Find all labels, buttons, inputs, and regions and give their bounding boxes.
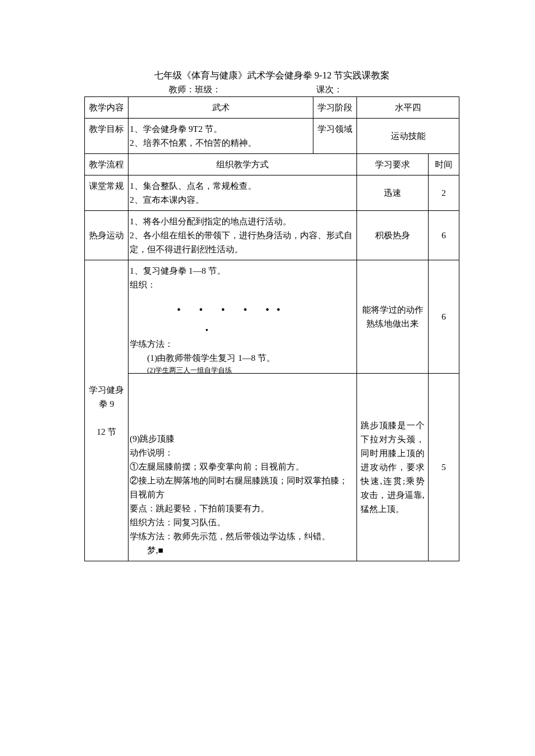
table-row: 学习健身拳 9 12 节 1、复习健身拳 1—8 节。 组织： • • • • … — [85, 260, 459, 374]
value-routine-time: 2 — [429, 175, 459, 211]
move9-org: 组织方法：同复习队伍。 — [130, 515, 354, 529]
label-warmup: 热身运动 — [85, 211, 129, 260]
review-method-2-truncated: (2)学生两三人一组自学自练 — [130, 365, 354, 373]
move9-bottom-glyph: 梦,■ — [130, 543, 354, 557]
value-routine-req: 迅速 — [357, 175, 429, 211]
label-study-requirement: 学习要求 — [357, 154, 429, 175]
move9-desc-label: 动作说明： — [130, 446, 354, 460]
value-warmup-time: 6 — [429, 211, 459, 260]
value-wushu: 武术 — [129, 97, 313, 119]
move9-point: 要点：跳起要轻，下拍前顶要有力。 — [130, 501, 354, 515]
value-routine: 1、集合整队、点名，常规检查。 2、宣布本课内容。 — [129, 175, 357, 211]
label-study-stage: 学习阶段 — [313, 97, 357, 119]
table-row: 教学内容 武术 学习阶段 水平四 — [85, 97, 459, 119]
subtitle-teacher-class: 教师：班级： — [169, 84, 221, 95]
value-goal: 1、学会健身拳 9T2 节。 2、培养不怕累，不怕苦的精神。 — [129, 119, 313, 154]
label-org-method: 组织教学方式 — [129, 154, 357, 175]
label-class-routine: 课堂常规 — [85, 175, 129, 211]
value-skill: 运动技能 — [357, 119, 459, 154]
move9-title: (9)跳步顶膝 — [130, 432, 354, 446]
table-row: 教学目标 1、学会健身拳 9T2 节。 2、培养不怕累，不怕苦的精神。 学习领域… — [85, 119, 459, 154]
review-method-1: (1)由教师带领学生复习 1—8 节。 — [130, 351, 354, 365]
table-row: 教学流程 组织教学方式 学习要求 时间 — [85, 154, 459, 175]
document-subtitle: 教师：班级： 课次： — [169, 84, 459, 95]
value-warmup: 1、将各小组分配到指定的地点进行活动。 2、各小组在组长的带领下，进行热身活动，… — [129, 211, 357, 260]
table-row: 热身运动 1、将各小组分配到指定的地点进行活动。 2、各小组在组长的带领下，进行… — [85, 211, 459, 260]
label-study-field: 学习领域 — [313, 119, 357, 154]
move9-line2: ②接上动左脚落地的同时右腿屈膝跳顶；同时双掌拍膝；目视前方 — [130, 474, 354, 501]
label-teaching-goal: 教学目标 — [85, 119, 129, 154]
review-method-label: 学练方法： — [130, 337, 354, 351]
table-row: (9)跳步顶膝 动作说明： ①左腿屈膝前摆；双拳变掌向前；目视前方。 ②接上动左… — [85, 374, 459, 561]
move9-learn: 学练方法：教师先示范，然后带领边学边练，纠错。 — [130, 529, 354, 543]
value-review-req: 能将学过的动作熟练地做出来 — [357, 260, 429, 374]
lesson-plan-table: 教学内容 武术 学习阶段 水平四 教学目标 1、学会健身拳 9T2 节。 2、培… — [84, 96, 459, 561]
label-time: 时间 — [429, 154, 459, 175]
review-org-label: 组织： — [130, 278, 354, 292]
subtitle-lesson-number: 课次： — [316, 84, 343, 95]
review-heading: 1、复习健身拳 1—8 节。 — [130, 264, 354, 278]
value-move9-time: 5 — [429, 374, 459, 561]
value-warmup-req: 积极热身 — [357, 211, 429, 260]
table-row: 课堂常规 1、集合整队、点名，常规检查。 2、宣布本课内容。 迅速 2 — [85, 175, 459, 211]
value-review-time: 6 — [429, 260, 459, 374]
value-level4: 水平四 — [357, 97, 459, 119]
move9-line1: ①左腿屈膝前摆；双拳变掌向前；目视前方。 — [130, 460, 354, 474]
label-learn-quan: 学习健身拳 9 12 节 — [85, 260, 129, 561]
value-move9-req: 跳步顶膝是一个下拉对方头颈，同时用膝上顶的进攻动作，要求快速,连贯;乘势攻击，进… — [357, 374, 429, 561]
label-teaching-content: 教学内容 — [85, 97, 129, 119]
document-title: 七年级《体育与健康》武术学会健身拳 9-12 节实践课教案 — [84, 70, 459, 82]
formation-dots-row1: • • • • •• — [130, 292, 354, 323]
label-teaching-flow: 教学流程 — [85, 154, 129, 175]
formation-dots-row2: • — [130, 323, 354, 337]
